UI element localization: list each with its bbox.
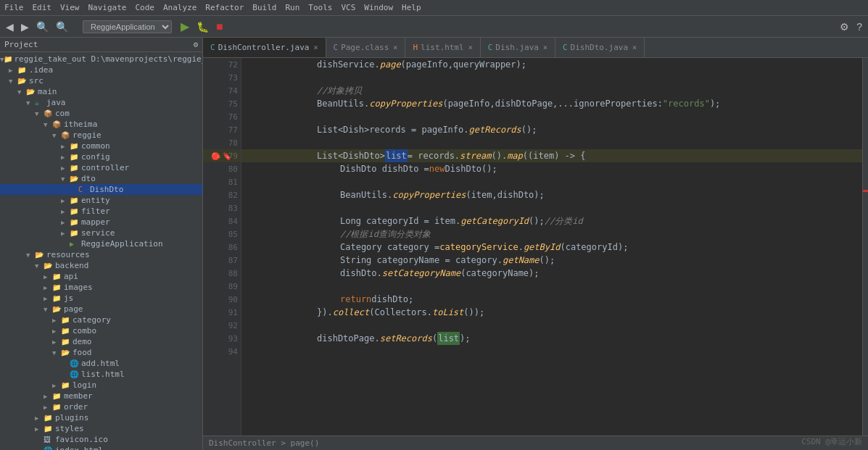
help-toolbar-button[interactable]: ? [853, 20, 865, 34]
debug-button[interactable]: 🐛 [194, 20, 212, 34]
java-icon: C [210, 43, 215, 52]
right-scrollbar[interactable] [862, 58, 868, 436]
menu-refactor[interactable]: Refactor [205, 3, 244, 12]
sidebar-item-resources[interactable]: ▼ 📂 resources [0, 249, 202, 260]
search2-button[interactable]: 🔍 [53, 20, 71, 34]
sidebar-item-backend[interactable]: ▼ 📂 backend [0, 260, 202, 271]
sidebar-item-styles[interactable]: ▶ 📁 styles [0, 423, 202, 434]
code-line-79: List<DishDto> list = records.stream().ma… [241, 149, 862, 162]
tab-close-list-html[interactable]: × [468, 43, 473, 51]
back-button[interactable]: ◀ [3, 20, 17, 34]
menu-tools[interactable]: Tools [308, 3, 332, 12]
tab-Dish[interactable]: C Dish.java × [481, 38, 555, 57]
sidebar: Project ⚙ ▼ 📁 reggie_take_out D:\mavenpr… [0, 38, 203, 450]
line-72: 72 [203, 58, 241, 71]
sidebar-item-com[interactable]: ▼ 📦 com [0, 108, 202, 119]
forward-button[interactable]: ▶ [18, 20, 32, 34]
menu-run[interactable]: Run [285, 3, 299, 12]
menu-build[interactable]: Build [252, 3, 276, 12]
menu-view[interactable]: View [60, 3, 80, 12]
code-line-84: Long categoryId = item.getCategoryId();/… [241, 214, 862, 228]
tab-close-Page[interactable]: × [393, 43, 397, 51]
sidebar-item-combo[interactable]: ▶ 📁 combo [0, 325, 202, 336]
main-layout: Project ⚙ ▼ 📁 reggie_take_out D:\mavenpr… [0, 38, 868, 450]
sidebar-item-login[interactable]: ▶ 📁 login [0, 380, 202, 391]
line-94: 94 [203, 345, 241, 358]
sidebar-item-controller[interactable]: ▶ 📁 controller [0, 162, 202, 173]
line-76: 76 [203, 110, 241, 123]
sidebar-item-food[interactable]: ▼ 📂 food [0, 347, 202, 358]
sidebar-header: Project ⚙ [0, 38, 202, 52]
sidebar-item-member[interactable]: ▶ 📁 member [0, 391, 202, 401]
sidebar-item-add-html[interactable]: 🌐 add.html [0, 358, 202, 369]
menu-help[interactable]: Help [402, 3, 421, 12]
sidebar-item-reggie[interactable]: ▼ 📦 reggie [0, 130, 202, 141]
sidebar-item-category[interactable]: ▶ 📁 category [0, 314, 202, 325]
code-line-80: DishDto dishDto = new DishDto(); [241, 162, 862, 175]
sidebar-item-demo[interactable]: ▶ 📁 demo [0, 336, 202, 347]
tab-list-html[interactable]: H list.html × [405, 38, 480, 57]
sidebar-item-config[interactable]: ▶ 📁 config [0, 151, 202, 162]
line-78: 78 [203, 136, 241, 149]
sidebar-options-icon[interactable]: ⚙ [193, 40, 198, 49]
line-numbers: 72 73 74 75 [203, 58, 241, 358]
search-button[interactable]: 🔍 [33, 20, 51, 34]
sidebar-item-reggie-take-out[interactable]: ▼ 📁 reggie_take_out D:\mavenprojects\reg… [0, 54, 202, 64]
java-icon2: C [488, 43, 493, 52]
code-line-85: //根据id查询分类对象 [241, 228, 862, 241]
tab-DishController[interactable]: C DishController.java × [203, 38, 326, 57]
tab-close-DishController[interactable]: × [313, 43, 318, 51]
stop-button[interactable]: ■ [213, 19, 226, 35]
menu-vcs[interactable]: VCS [341, 3, 355, 12]
line-83: 83 [203, 201, 241, 214]
settings-button[interactable]: ⚙ [837, 20, 852, 34]
menu-analyze[interactable]: Analyze [163, 3, 197, 12]
tab-close-Dish[interactable]: × [543, 43, 547, 51]
menu-code[interactable]: Code [135, 3, 154, 12]
code-line-73 [241, 71, 862, 84]
sidebar-tree[interactable]: ▼ 📁 reggie_take_out D:\mavenprojects\reg… [0, 52, 202, 450]
code-content[interactable]: dishService.page(pageInfo,queryWrapper);… [241, 58, 862, 436]
line-79: 🔴 ⚠ 🔖 79 [203, 149, 241, 162]
menu-file[interactable]: File [4, 3, 24, 12]
code-line-77: List<Dish> records = pageInfo.getRecords… [241, 123, 862, 136]
sidebar-item-list-html[interactable]: 🌐 list.html [0, 369, 202, 380]
sidebar-item-java[interactable]: ▼ ☕ java [0, 97, 202, 108]
tab-DishDto[interactable]: C DishDto.java × [555, 38, 645, 57]
menu-window[interactable]: Window [364, 3, 393, 12]
line-81: 81 [203, 175, 241, 188]
menu-navigate[interactable]: Navigate [88, 3, 127, 12]
sidebar-item-service[interactable]: ▶ 📁 service [0, 228, 202, 238]
sidebar-item-itheima[interactable]: ▼ 📦 itheima [0, 119, 202, 130]
scroll-error-marker [863, 190, 868, 192]
sidebar-item-main[interactable]: ▼ 📂 main [0, 86, 202, 97]
sidebar-item-images[interactable]: ▶ 📁 images [0, 282, 202, 293]
sidebar-item-idea[interactable]: ▶ 📁 .idea [0, 64, 202, 75]
sidebar-item-ReggieApplication[interactable]: ▶ ReggieApplication [0, 238, 202, 249]
sidebar-item-dto[interactable]: ▼ 📂 dto [0, 173, 202, 184]
code-line-89 [241, 280, 862, 293]
sidebar-item-api[interactable]: ▶ 📁 api [0, 271, 202, 282]
sidebar-item-page[interactable]: ▼ 📂 page [0, 304, 202, 314]
sidebar-item-js[interactable]: ▶ 📁 js [0, 293, 202, 304]
sidebar-item-mapper[interactable]: ▶ 📁 mapper [0, 217, 202, 228]
sidebar-item-order[interactable]: ▶ 📁 order [0, 401, 202, 412]
scroll-markers [863, 58, 868, 436]
tab-Page[interactable]: C Page.class × [326, 38, 406, 57]
project-selector[interactable]: ReggieApplication [83, 20, 172, 33]
sidebar-item-entity[interactable]: ▶ 📁 entity [0, 195, 202, 206]
line-89: 89 [203, 280, 241, 293]
code-line-82: BeanUtils.copyProperties(item,dishDto); [241, 188, 862, 201]
run-button[interactable]: ▶ [178, 18, 192, 35]
tab-close-DishDto[interactable]: × [632, 43, 637, 51]
line-91: 91 [203, 306, 241, 319]
sidebar-item-common[interactable]: ▶ 📁 common [0, 141, 202, 151]
menu-edit[interactable]: Edit [33, 3, 52, 12]
sidebar-item-src[interactable]: ▼ 📂 src [0, 75, 202, 86]
sidebar-item-filter[interactable]: ▶ 📁 filter [0, 206, 202, 217]
sidebar-item-index-html[interactable]: 🌐 index.html [0, 445, 202, 450]
sidebar-item-DishDto[interactable]: C DishDto [0, 184, 202, 195]
sidebar-item-favicon[interactable]: 🖼 favicon.ico [0, 434, 202, 445]
selected-list-word2: list [437, 332, 460, 345]
sidebar-item-plugins[interactable]: ▶ 📁 plugins [0, 412, 202, 423]
